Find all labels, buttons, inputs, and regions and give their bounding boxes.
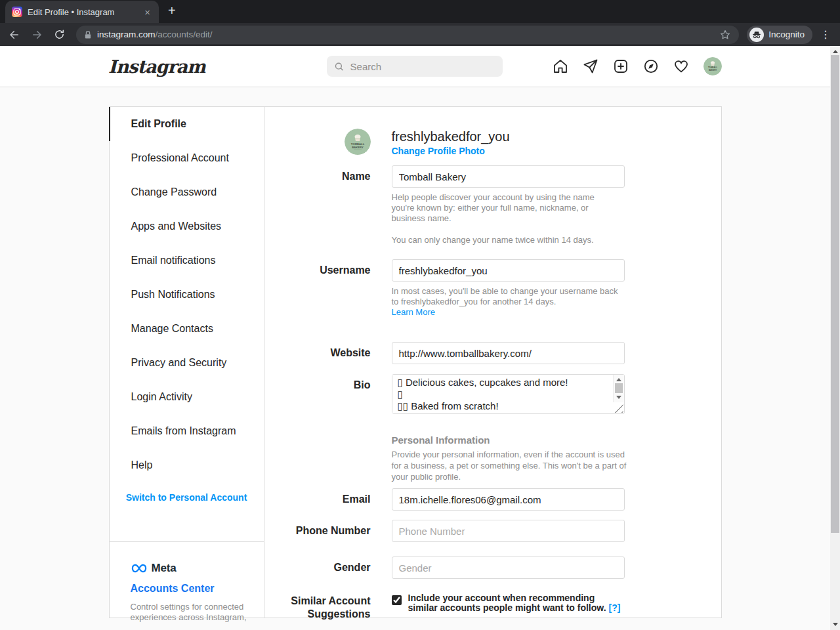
bio-label: Bio bbox=[264, 374, 392, 414]
url-bar[interactable]: instagram.com/accounts/edit/ bbox=[76, 26, 739, 44]
website-input[interactable] bbox=[392, 342, 625, 364]
bookmark-star-icon[interactable] bbox=[719, 29, 731, 41]
name-row: Name Help people discover your account b… bbox=[264, 165, 721, 245]
svg-text:BAKERY: BAKERY bbox=[709, 69, 717, 72]
incognito-badge: Incognito bbox=[747, 26, 812, 44]
sidebar-item-professional-account[interactable]: Professional Account bbox=[109, 141, 264, 175]
bio-scrollbar[interactable] bbox=[613, 375, 624, 402]
bio-row: Bio ▯ Delicious cakes, cupcakes and more… bbox=[264, 374, 721, 414]
similar-suggestions-checkbox[interactable] bbox=[392, 595, 402, 605]
instagram-logo[interactable]: Instagram bbox=[108, 56, 205, 77]
back-button[interactable] bbox=[5, 26, 24, 44]
browser-toolbar: instagram.com/accounts/edit/ Incognito ⋮ bbox=[0, 23, 840, 46]
sidebar-item-push-notifications[interactable]: Push Notifications bbox=[109, 278, 264, 312]
instagram-page: Instagram TOMBALL BAKERY bbox=[0, 46, 830, 630]
switch-to-personal-account-link[interactable]: Switch to Personal Account bbox=[110, 482, 264, 503]
settings-card: Edit Profile Professional Account Change… bbox=[109, 106, 722, 618]
scroll-down-icon[interactable] bbox=[616, 396, 621, 399]
messenger-icon[interactable] bbox=[583, 58, 598, 74]
browser-menu-icon[interactable]: ⋮ bbox=[816, 28, 835, 41]
resize-grip-icon[interactable] bbox=[614, 404, 623, 413]
similar-suggestions-row: Similar Account Suggestions Include your… bbox=[264, 590, 721, 621]
personal-info-description: Provide your personal information, even … bbox=[392, 449, 628, 482]
sidebar-item-email-notifications[interactable]: Email notifications bbox=[109, 243, 264, 278]
similar-suggestions-label: Similar Account Suggestions bbox=[264, 590, 392, 621]
browser-tab-strip: Edit Profile • Instagram × + bbox=[0, 0, 840, 23]
personal-info-section: Personal Information Provide your person… bbox=[392, 434, 628, 482]
sidebar-item-change-password[interactable]: Change Password bbox=[109, 175, 264, 209]
bio-textarea[interactable]: ▯ Delicious cakes, cupcakes and more! ▯ … bbox=[392, 375, 614, 413]
browser-tab[interactable]: Edit Profile • Instagram × bbox=[5, 1, 159, 23]
incognito-icon bbox=[749, 28, 764, 42]
personal-info-heading: Personal Information bbox=[392, 434, 628, 446]
sidebar-item-edit-profile[interactable]: Edit Profile bbox=[109, 107, 264, 141]
sidebar-item-apps-and-websites[interactable]: Apps and Websites bbox=[109, 209, 264, 243]
scrollbar-up-icon[interactable] bbox=[833, 50, 838, 53]
username-label: Username bbox=[264, 259, 392, 318]
sidebar-item-help[interactable]: Help bbox=[109, 448, 264, 482]
name-label: Name bbox=[264, 165, 392, 245]
help-question-link[interactable]: [?] bbox=[608, 602, 620, 613]
tab-title: Edit Profile • Instagram bbox=[28, 7, 137, 17]
edit-profile-form: TOMBALL BAKERY freshlybakedfor_you Chang… bbox=[264, 107, 721, 618]
sidebar-item-manage-contacts[interactable]: Manage Contacts bbox=[109, 312, 264, 346]
accounts-center-link[interactable]: Accounts Center bbox=[131, 583, 251, 595]
forward-button[interactable] bbox=[28, 26, 46, 44]
profile-avatar-small[interactable]: TOMBALL BAKERY bbox=[704, 57, 722, 75]
instagram-header: Instagram TOMBALL BAKERY bbox=[0, 46, 830, 87]
search-box[interactable] bbox=[327, 56, 503, 77]
new-tab-button[interactable]: + bbox=[168, 3, 176, 18]
reload-button[interactable] bbox=[50, 26, 68, 44]
gender-row: Gender bbox=[264, 556, 721, 579]
meta-logo-icon bbox=[131, 562, 148, 574]
page-scrollbar[interactable] bbox=[830, 46, 840, 630]
name-input[interactable] bbox=[392, 165, 625, 188]
phone-input[interactable] bbox=[392, 520, 625, 542]
phone-label: Phone Number bbox=[264, 520, 392, 542]
username-help-text: In most cases, you'll be able to change … bbox=[392, 286, 618, 318]
gender-input[interactable] bbox=[392, 556, 625, 579]
activity-heart-icon[interactable] bbox=[673, 58, 689, 74]
gender-label: Gender bbox=[264, 556, 392, 579]
profile-avatar-large[interactable]: TOMBALL BAKERY bbox=[345, 129, 371, 155]
lock-icon bbox=[84, 30, 92, 39]
meta-section: Meta Accounts Center Control settings fo… bbox=[110, 541, 264, 623]
phone-row: Phone Number bbox=[264, 520, 721, 542]
username-title: freshlybakedfor_you bbox=[392, 129, 510, 144]
forward-arrow-icon bbox=[31, 29, 43, 41]
scroll-thumb[interactable] bbox=[615, 383, 623, 393]
sidebar-item-privacy-and-security[interactable]: Privacy and Security bbox=[109, 346, 264, 380]
email-row: Email bbox=[264, 488, 721, 511]
username-row: Username In most cases, you'll be able t… bbox=[264, 259, 721, 318]
email-label: Email bbox=[264, 488, 392, 511]
website-row: Website bbox=[264, 342, 721, 364]
name-help-text: Help people discover your account by usi… bbox=[392, 192, 618, 224]
change-profile-photo-link[interactable]: Change Profile Photo bbox=[392, 146, 510, 156]
settings-sidebar: Edit Profile Professional Account Change… bbox=[110, 107, 264, 618]
scrollbar-down-icon[interactable] bbox=[833, 623, 838, 626]
scroll-up-icon[interactable] bbox=[616, 378, 621, 381]
similar-suggestions-text: Include your account when recommending s… bbox=[408, 593, 625, 621]
back-arrow-icon bbox=[9, 29, 20, 41]
learn-more-link[interactable]: Learn More bbox=[392, 307, 435, 317]
sidebar-item-login-activity[interactable]: Login Activity bbox=[109, 380, 264, 414]
search-input[interactable] bbox=[350, 61, 495, 72]
incognito-label: Incognito bbox=[768, 30, 805, 39]
reload-icon bbox=[54, 29, 65, 40]
website-label: Website bbox=[264, 342, 392, 364]
accounts-center-description: Control settings for connected experienc… bbox=[131, 602, 251, 623]
scrollbar-thumb[interactable] bbox=[831, 55, 839, 533]
new-post-icon[interactable] bbox=[613, 58, 629, 74]
username-input[interactable] bbox=[392, 259, 625, 282]
sidebar-item-emails-from-instagram[interactable]: Emails from Instagram bbox=[109, 414, 264, 448]
url-text: instagram.com/accounts/edit/ bbox=[97, 30, 213, 39]
tab-close-icon[interactable]: × bbox=[142, 7, 152, 17]
svg-text:BAKERY: BAKERY bbox=[352, 146, 364, 149]
email-input[interactable] bbox=[392, 488, 625, 511]
name-limit-text: You can only change your name twice with… bbox=[392, 235, 618, 245]
explore-compass-icon[interactable] bbox=[643, 58, 659, 74]
instagram-favicon-icon bbox=[12, 7, 22, 17]
search-icon bbox=[335, 62, 344, 72]
home-icon[interactable] bbox=[553, 58, 568, 74]
meta-brand-label: Meta bbox=[152, 562, 177, 575]
